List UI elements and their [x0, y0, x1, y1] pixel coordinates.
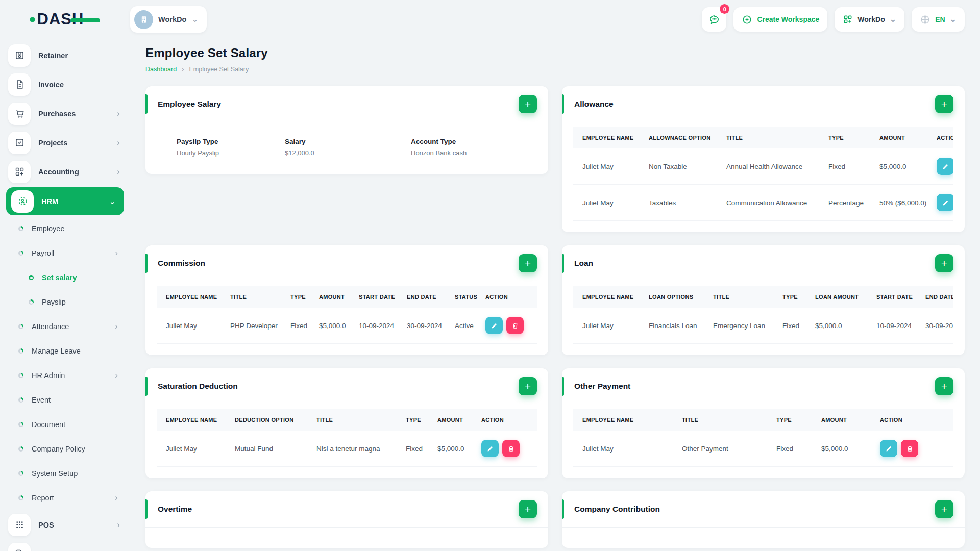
card-title: Overtime	[158, 505, 192, 514]
saturation-deduction-card: Saturation Deduction EMPLOYEE NAME DEDUC…	[145, 368, 548, 478]
workspace-switcher[interactable]: WorkDo	[835, 7, 904, 32]
delete-button[interactable]	[502, 440, 520, 457]
add-overtime-button[interactable]	[519, 500, 537, 518]
sidebar-item-employee[interactable]: Employee	[0, 216, 130, 241]
sidebar-item-payslip[interactable]: Payslip	[0, 290, 130, 314]
sidebar-item-system-setup[interactable]: System Setup	[0, 461, 130, 486]
sidebar-item-retainer[interactable]: Retainer	[0, 41, 130, 70]
sidebar-item-label: Document	[32, 420, 65, 429]
column-header: TYPE	[828, 135, 879, 141]
column-header: TITLE	[230, 294, 290, 300]
column-header: EMPLOYEE NAME	[582, 294, 649, 300]
column-header: EMPLOYEE NAME	[166, 294, 230, 300]
sidebar-item-manage-leave[interactable]: Manage Leave	[0, 339, 130, 363]
edit-button[interactable]	[481, 440, 499, 457]
messages-button[interactable]: 0	[702, 7, 726, 32]
trash-icon	[507, 445, 515, 453]
chevron-down-icon	[950, 15, 957, 23]
sidebar-item-company-policy[interactable]: Company Policy	[0, 437, 130, 461]
sidebar-item-document[interactable]: Document	[0, 412, 130, 437]
allowance-card: Allowance EMPLOYEE NAME ALLOWNACE OPTION…	[562, 86, 965, 232]
delete-button[interactable]	[901, 440, 918, 457]
sidebar-item-hrm[interactable]: HRM	[6, 187, 124, 215]
language-label: EN	[935, 15, 945, 23]
trash-icon	[511, 322, 519, 330]
pencil-icon	[885, 445, 893, 453]
table-header: EMPLOYEE NAME TITLE TYPE AMOUNT ACTION	[573, 409, 953, 431]
add-allowance-button[interactable]	[935, 95, 953, 113]
payslip-type-field: Payslip Type Hourly Payslip	[177, 138, 285, 157]
sidebar-item-report[interactable]: Report	[0, 486, 130, 510]
sidebar-item-label: Projects	[38, 139, 67, 147]
create-workspace-button[interactable]: Create Workspace	[733, 7, 827, 32]
sidebar-item-attendance[interactable]: Attendance	[0, 314, 130, 339]
edit-button[interactable]	[937, 194, 953, 211]
add-other-payment-button[interactable]	[935, 377, 953, 395]
sidebar-item-label: System Setup	[32, 469, 78, 478]
table-row: Juliet May Mutual Fund Nisi a tenetur ma…	[157, 431, 537, 467]
column-header: AMOUNT	[437, 417, 481, 423]
sidebar-item-event[interactable]: Event	[0, 388, 130, 412]
add-employee-salary-button[interactable]	[519, 95, 537, 113]
add-loan-button[interactable]	[935, 254, 953, 272]
sidebar-item-crm[interactable]: CRM	[0, 539, 130, 551]
breadcrumb-current: Employee Set Salary	[189, 66, 249, 73]
cell-employee-name: Juliet May	[166, 322, 230, 330]
breadcrumb-dashboard-link[interactable]: Dashboard	[145, 66, 177, 73]
card-title: Commission	[158, 259, 205, 268]
column-header: EMPLOYEE NAME	[166, 417, 235, 423]
cell-type: Percentage	[828, 199, 879, 207]
chevron-down-icon	[890, 15, 896, 23]
sidebar-item-payroll[interactable]: Payroll	[0, 241, 130, 265]
sidebar-item-set-salary[interactable]: Set salary	[0, 265, 130, 290]
cell-loan-option: Financials Loan	[649, 322, 713, 330]
breadcrumb: Dashboard Employee Set Salary	[145, 65, 965, 73]
bullet-icon	[18, 348, 23, 354]
sidebar-item-label: Employee	[32, 224, 64, 233]
edit-button[interactable]	[937, 158, 953, 175]
account-workspace-label: WorkDo	[857, 15, 885, 23]
sidebar-item-projects[interactable]: Projects	[0, 128, 130, 157]
employee-salary-card: Employee Salary Payslip Type Hourly Pays…	[145, 86, 548, 174]
sidebar-item-invoice[interactable]: Invoice	[0, 70, 130, 99]
column-header: EMPLOYEE NAME	[582, 417, 682, 423]
pencil-icon	[491, 322, 498, 330]
bullet-icon	[18, 422, 23, 427]
add-commission-button[interactable]	[519, 254, 537, 272]
table-header: EMPLOYEE NAME TITLE TYPE AMOUNT START DA…	[157, 286, 537, 308]
add-company-contribution-button[interactable]	[935, 500, 953, 518]
table-header: EMPLOYEE NAME LOAN OPTIONS TITLE TYPE LO…	[573, 286, 953, 308]
cell-type: Fixed	[828, 163, 879, 170]
language-selector[interactable]: EN	[912, 7, 965, 32]
app-logo[interactable]: DASH	[30, 10, 101, 29]
sidebar-item-pos[interactable]: POS	[0, 510, 130, 539]
add-saturation-deduction-button[interactable]	[519, 377, 537, 395]
cell-employee-name: Juliet May	[582, 445, 682, 453]
edit-button[interactable]	[880, 440, 897, 457]
field-value: $12,000.0	[285, 149, 411, 157]
sidebar-item-accounting[interactable]: Accounting	[0, 157, 130, 186]
bullet-icon	[18, 446, 23, 452]
cell-start-date: 10-09-2024	[359, 322, 407, 330]
cell-title: PHP Developer	[230, 322, 290, 330]
commission-card: Commission EMPLOYEE NAME TITLE TYPE AMOU…	[145, 245, 548, 355]
table-row: Juliet May Other Payment Fixed $5,000.0	[573, 431, 953, 467]
breadcrumb-separator-icon	[182, 65, 184, 73]
cell-title: Communication Allowance	[726, 199, 828, 207]
cell-employee-name: Juliet May	[582, 322, 649, 330]
column-header: ACTION	[880, 417, 921, 423]
edit-button[interactable]	[485, 317, 503, 334]
sidebar-item-hr-admin[interactable]: HR Admin	[0, 363, 130, 388]
workspace-pill[interactable]: WorkDo	[130, 6, 207, 33]
chevron-down-icon	[191, 15, 198, 24]
delete-button[interactable]	[506, 317, 524, 334]
column-header: ACTION	[485, 294, 524, 300]
table-header: EMPLOYEE NAME ALLOWNACE OPTION TITLE TYP…	[573, 127, 953, 148]
cell-amount: $5,000.0	[879, 163, 937, 170]
column-header: AMOUNT	[879, 135, 937, 141]
sidebar-item-label: Report	[32, 494, 54, 502]
sidebar-item-purchases[interactable]: Purchases	[0, 99, 130, 128]
main-content: Employee Set Salary Dashboard Employee S…	[130, 39, 980, 548]
bullet-icon	[29, 275, 34, 280]
plus-circle-icon	[742, 14, 752, 25]
